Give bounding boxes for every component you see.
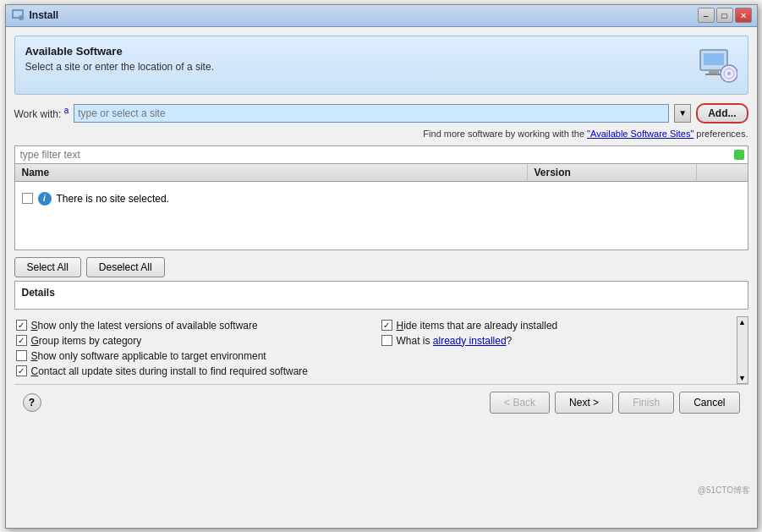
col-version: Version: [528, 164, 697, 181]
option-label-4: What is already installed?: [397, 335, 513, 347]
option-checkbox-7[interactable]: [16, 365, 27, 376]
window-title: Install: [30, 9, 698, 21]
install-window: Install – □ ✕ Available Software Select …: [5, 4, 758, 529]
sites-prefix: Find more software by working with the: [423, 129, 584, 139]
back-button[interactable]: < Back: [490, 392, 550, 414]
filter-input[interactable]: [15, 146, 734, 163]
options-area: ▲ ▼ Show only the latest versions of ava…: [14, 316, 748, 384]
col-name: Name: [15, 164, 528, 181]
options-grid: Show only the latest versions of availab…: [16, 320, 747, 377]
option-label-5: Show only software applicable to target …: [31, 350, 266, 362]
scroll-down-arrow[interactable]: ▼: [737, 374, 748, 383]
svg-rect-1: [14, 13, 18, 15]
add-button[interactable]: Add...: [696, 103, 748, 123]
option-row-5: Show only software applicable to target …: [16, 350, 365, 362]
option-placeholder: [381, 350, 730, 362]
work-with-label: Work with: a: [14, 106, 69, 120]
help-button[interactable]: ?: [23, 393, 41, 412]
svg-point-2: [19, 15, 24, 20]
svg-rect-6: [705, 74, 722, 75]
option-checkbox-1[interactable]: [16, 320, 27, 331]
option-checkbox-3[interactable]: [16, 335, 27, 346]
svg-rect-4: [704, 53, 724, 65]
table-body: i There is no site selected.: [15, 182, 748, 250]
option-row-7: Contact all update sites during install …: [16, 365, 365, 377]
option-label-2: Hide items that are already installed: [397, 320, 558, 332]
col-extra: [697, 164, 748, 181]
software-sites-row: Find more software by working with the "…: [14, 129, 748, 139]
option-row-3: Group items by category: [16, 335, 365, 347]
filter-row: [14, 145, 748, 163]
footer-buttons: < Back Next > Finish Cancel: [490, 392, 739, 414]
dropdown-arrow-button[interactable]: ▼: [674, 104, 691, 123]
finish-button[interactable]: Finish: [618, 392, 674, 414]
no-site-row: i There is no site selected.: [22, 189, 169, 209]
option-checkbox-4: [381, 335, 392, 346]
option-row-4: What is already installed?: [381, 335, 730, 347]
info-icon: i: [38, 192, 52, 206]
header-text: Available Software Select a site or ente…: [25, 45, 214, 73]
next-button[interactable]: Next >: [555, 392, 613, 414]
section-subtitle: Select a site or enter the location of a…: [25, 61, 214, 73]
header-section: Available Software Select a site or ente…: [14, 36, 748, 95]
software-table: Name Version i There is no site selected…: [14, 163, 748, 250]
already-installed-link[interactable]: already installed: [433, 335, 507, 347]
header-icon: [697, 45, 737, 85]
filter-indicator: [734, 150, 744, 160]
scrollbar[interactable]: ▲ ▼: [737, 316, 748, 384]
scroll-up-arrow[interactable]: ▲: [737, 317, 748, 326]
footer: ? < Back Next > Finish Cancel: [14, 384, 748, 414]
close-button[interactable]: ✕: [735, 8, 752, 23]
window-icon: [11, 8, 25, 22]
details-header: Details: [22, 287, 741, 299]
select-all-button[interactable]: Select All: [14, 257, 81, 277]
available-software-sites-link[interactable]: "Available Software Sites": [587, 129, 693, 139]
table-header: Name Version: [15, 164, 748, 182]
no-site-message: There is no site selected.: [57, 193, 169, 205]
option-label-3: Group items by category: [31, 335, 142, 347]
svg-point-9: [727, 72, 731, 75]
title-bar: Install – □ ✕: [6, 5, 757, 27]
details-section: Details: [14, 281, 748, 310]
option-checkbox-2[interactable]: [381, 320, 392, 331]
option-row-2: Hide items that are already installed: [381, 320, 730, 332]
option-label-7: Contact all update sites during install …: [31, 365, 309, 377]
section-title: Available Software: [25, 45, 214, 58]
window-controls: – □ ✕: [698, 8, 752, 23]
work-with-input[interactable]: [74, 104, 669, 123]
deselect-all-button[interactable]: Deselect All: [86, 257, 165, 277]
option-row-1: Show only the latest versions of availab…: [16, 320, 365, 332]
work-with-row: Work with: a ▼ Add...: [14, 103, 748, 123]
option-label-1: Show only the latest versions of availab…: [31, 320, 258, 332]
minimize-button[interactable]: –: [698, 8, 715, 23]
svg-rect-5: [709, 70, 719, 74]
cancel-button[interactable]: Cancel: [679, 392, 739, 414]
row-checkbox[interactable]: [22, 193, 33, 204]
selection-buttons-row: Select All Deselect All: [14, 250, 748, 281]
watermark: @51CTO博客: [698, 485, 750, 496]
footer-left: ?: [23, 393, 41, 412]
main-content: Available Software Select a site or ente…: [6, 27, 757, 528]
maximize-button[interactable]: □: [716, 8, 733, 23]
option-checkbox-5[interactable]: [16, 350, 27, 361]
sites-suffix: preferences.: [696, 129, 748, 139]
